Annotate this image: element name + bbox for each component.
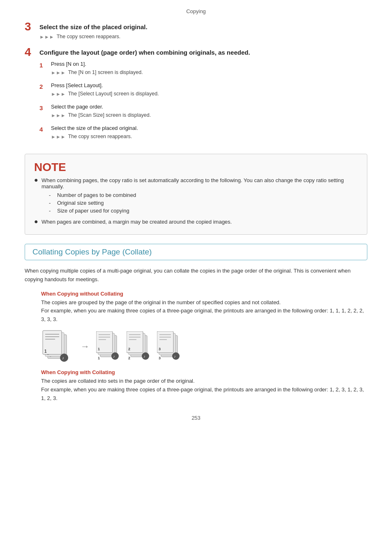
step3-container: 3 Select the size of the placed original… xyxy=(25,23,367,42)
svg-text:2: 2 xyxy=(128,347,130,351)
substep-3-arrow: ►►► xyxy=(51,113,66,118)
without-collating-diagram: 3 2 1 ♪ xyxy=(41,330,367,363)
collating-section-title: Collating Copies by Page (Collate) xyxy=(32,247,152,256)
svg-text:2: 2 xyxy=(128,356,130,360)
note-bullet-1: ● When combining pages, the copy ratio i… xyxy=(34,177,358,215)
substep-1-text: Press [N on 1]. xyxy=(51,61,367,67)
substep-3-text: Select the page order. xyxy=(51,104,367,110)
header-title: Copying xyxy=(186,8,206,14)
substep-4-arrow: ►►► xyxy=(51,134,66,140)
page-number: 253 xyxy=(191,415,201,421)
substep-2: 2 Press [Select Layout]. ►►► The [Select… xyxy=(39,82,367,99)
substep-3-content: Select the page order. ►►► The [Scan Siz… xyxy=(51,104,367,121)
sub-dash-2: - xyxy=(49,200,57,206)
page-header: Copying xyxy=(25,8,367,18)
substep-1-result-text: The [N on 1] screen is displayed. xyxy=(68,69,367,75)
output-stack-1: 1 1 ♪ xyxy=(96,331,122,362)
source-stack-svg: 3 2 1 ♪ xyxy=(41,330,74,363)
sub-dash-3: - xyxy=(49,208,57,214)
page-footer: 253 xyxy=(25,415,367,421)
note-sub-text-3: Size of paper used for copying xyxy=(57,208,129,214)
svg-text:1: 1 xyxy=(98,356,100,360)
substep-1-content: Press [N on 1]. ►►► The [N on 1] screen … xyxy=(51,61,367,78)
with-collating-subtitle: When Copying with Collating xyxy=(41,369,367,375)
bullet-dot-2: ● xyxy=(34,218,42,225)
without-collating-subtitle: When Copying without Collating xyxy=(41,291,367,297)
note-bullet-1-text: When combining pages, the copy ratio is … xyxy=(42,177,344,190)
step4-number: 4 xyxy=(25,46,39,58)
svg-text:♪: ♪ xyxy=(113,354,115,358)
note-sub-item-1: - Number of pages to be combined xyxy=(49,192,358,198)
substep-4-text: Select the size of the placed original. xyxy=(51,125,367,131)
note-bullet-1-content: When combining pages, the copy ratio is … xyxy=(42,177,358,215)
substep-3: 3 Select the page order. ►►► The [Scan S… xyxy=(39,104,367,121)
source-stack: 3 2 1 ♪ xyxy=(41,330,74,363)
output-stack-3-svg: 3 3 ♪ xyxy=(157,331,182,362)
svg-point-43 xyxy=(142,352,149,360)
without-collating-block: When Copying without Collating The copie… xyxy=(41,291,367,363)
svg-text:3: 3 xyxy=(159,356,161,360)
note-sub-text-2: Original size setting xyxy=(57,200,104,206)
substep-4-result-text: The copy screen reappears. xyxy=(68,134,367,139)
output-stack-1-svg: 1 1 ♪ xyxy=(96,331,122,362)
substep-4-content: Select the size of the placed original. … xyxy=(51,125,367,142)
note-sub-item-2: - Original size setting xyxy=(49,200,358,206)
svg-point-15 xyxy=(60,354,68,362)
output-stack-3: 3 3 ♪ xyxy=(157,331,182,362)
note-title: NOTE xyxy=(34,162,358,173)
collating-section-header: Collating Copies by Page (Collate) xyxy=(25,244,367,260)
output-stack-2-svg: 2 2 ♪ xyxy=(127,331,152,362)
substep-2-result-text: The [Select Layout] screen is displayed. xyxy=(68,91,367,97)
substep-4-result: ►►► The copy screen reappears. xyxy=(51,134,367,140)
substep-4: 4 Select the size of the placed original… xyxy=(39,125,367,142)
svg-point-29 xyxy=(111,352,119,360)
substep-2-text: Press [Select Layout]. xyxy=(51,82,367,88)
substep-1: 1 Press [N on 1]. ►►► The [N on 1] scree… xyxy=(39,61,367,78)
step4-content: Configure the layout (page order) when c… xyxy=(39,48,367,146)
svg-text:1: 1 xyxy=(44,349,47,354)
sub-dash-1: - xyxy=(49,192,57,198)
substep-1-number: 1 xyxy=(39,61,51,69)
step3-result-arrow: ►►► xyxy=(39,34,54,40)
note-bullet-list: ● When combining pages, the copy ratio i… xyxy=(34,177,358,225)
bullet-dot-1: ● xyxy=(34,176,42,184)
substep-3-result-text: The [Scan Size] screen is displayed. xyxy=(68,112,367,118)
with-collating-desc: The copies are collated into sets in the… xyxy=(41,377,367,402)
step4-title: Configure the layout (page order) when c… xyxy=(39,48,367,57)
step3-content: Select the size of the placed original. … xyxy=(39,23,367,42)
substep-2-number: 2 xyxy=(39,82,51,91)
svg-text:3: 3 xyxy=(159,347,161,351)
substep-2-result: ►►► The [Select Layout] screen is displa… xyxy=(51,91,367,97)
step3-number: 3 xyxy=(25,21,39,32)
step3-result-text: The copy screen reappears. xyxy=(57,34,367,39)
substep-4-number: 4 xyxy=(39,125,51,134)
substep-2-arrow: ►►► xyxy=(51,91,66,97)
substep-3-number: 3 xyxy=(39,104,51,112)
step4-container: 4 Configure the layout (page order) when… xyxy=(25,48,367,146)
svg-text:1: 1 xyxy=(98,347,100,351)
note-sub-list-1: - Number of pages to be combined - Origi… xyxy=(49,192,358,214)
svg-text:♪: ♪ xyxy=(143,354,145,358)
step3-title: Select the size of the placed original. xyxy=(39,23,367,31)
substep-3-result: ►►► The [Scan Size] screen is displayed. xyxy=(51,112,367,118)
note-sub-text-1: Number of pages to be combined xyxy=(57,192,136,198)
note-sub-item-3: - Size of paper used for copying xyxy=(49,208,358,214)
note-bullet-2: ● When pages are combined, a margin may … xyxy=(34,219,358,225)
with-collating-block: When Copying with Collating The copies a… xyxy=(41,369,367,402)
step4-substeps: 1 Press [N on 1]. ►►► The [N on 1] scree… xyxy=(39,61,367,142)
substep-1-arrow: ►►► xyxy=(51,70,66,76)
substep-1-result: ►►► The [N on 1] screen is displayed. xyxy=(51,69,367,76)
svg-text:♪: ♪ xyxy=(174,354,176,358)
without-collating-desc: The copies are grouped by the page of th… xyxy=(41,298,367,324)
output-stack-2: 2 2 ♪ xyxy=(127,331,152,362)
svg-text:♪: ♪ xyxy=(62,356,64,360)
note-box: NOTE ● When combining pages, the copy ra… xyxy=(25,154,367,235)
collating-intro: When copying multiple copies of a multi-… xyxy=(25,267,367,284)
note-bullet-2-text: When pages are combined, a margin may be… xyxy=(42,219,232,225)
substep-2-content: Press [Select Layout]. ►►► The [Select L… xyxy=(51,82,367,99)
step3-result: ►►► The copy screen reappears. xyxy=(39,34,367,40)
diagram-arrow: → xyxy=(77,341,93,352)
svg-point-57 xyxy=(172,352,180,360)
page: Copying 3 Select the size of the placed … xyxy=(0,0,392,555)
